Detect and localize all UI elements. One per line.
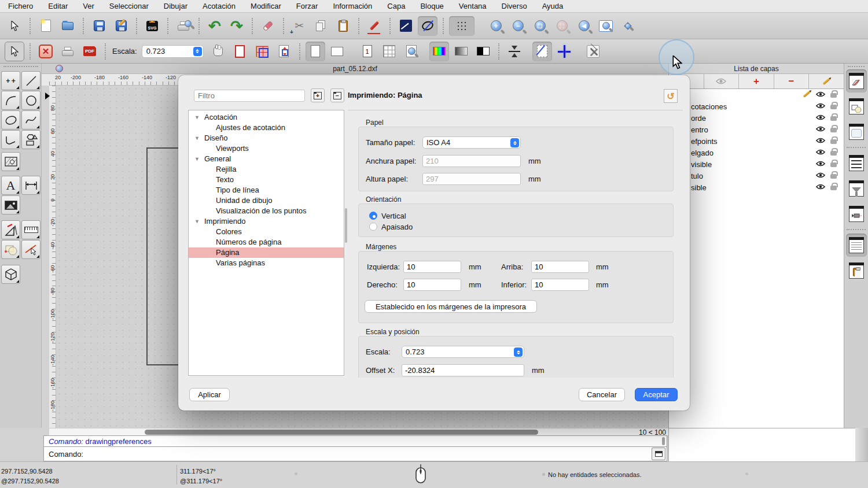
image-tool-button[interactable] — [1, 195, 20, 215]
lock-icon[interactable] — [830, 128, 837, 132]
lock-icon[interactable] — [830, 151, 837, 156]
points-tool-button[interactable]: + + — [1, 71, 20, 90]
printer-margins-button[interactable]: Establecido en los márgenes de la impres… — [365, 300, 537, 313]
menu-bloque[interactable]: Bloque — [420, 2, 443, 10]
chevron-down-icon[interactable]: ▼ — [194, 133, 200, 143]
dock-block-list-button[interactable] — [846, 95, 867, 118]
drafting-tools-button[interactable] — [1, 220, 20, 239]
lock-icon[interactable] — [830, 139, 837, 144]
eye-icon[interactable] — [816, 149, 825, 155]
hatch-tool-button[interactable] — [1, 152, 20, 171]
eye-icon[interactable] — [816, 91, 825, 97]
selection-cursor-button-2[interactable] — [5, 42, 24, 61]
add-layer-button[interactable]: + — [739, 74, 774, 88]
print-preview-button[interactable] — [174, 16, 193, 36]
layer-visibility-button[interactable] — [704, 74, 740, 88]
zoom-previous-button[interactable]: ◀ — [574, 16, 594, 36]
single-page-button[interactable]: 1 — [358, 42, 377, 61]
modify-shapes-button[interactable] — [1, 240, 20, 259]
zoom-pan-button[interactable] — [618, 16, 638, 36]
ok-button[interactable]: Aceptar — [635, 388, 678, 401]
menu-ventana[interactable]: Ventana — [459, 2, 487, 10]
lock-icon[interactable] — [830, 105, 837, 109]
scale-combobox[interactable]: 0.723 — [402, 346, 524, 358]
dock-handle[interactable] — [848, 66, 865, 67]
ellipse-tool-button-left[interactable] — [1, 110, 20, 130]
print-button[interactable] — [58, 42, 78, 61]
paper-border-button[interactable] — [230, 42, 250, 61]
layer-row[interactable]: cotaciones — [669, 101, 844, 112]
menu-modificar[interactable]: Modificar — [251, 2, 281, 10]
eye-icon[interactable] — [816, 184, 825, 190]
lock-icon[interactable] — [830, 93, 837, 98]
layer-row[interactable]: sible — [669, 182, 844, 193]
layer-row[interactable]: visible — [669, 158, 844, 170]
zoom-selection-button[interactable] — [552, 16, 572, 36]
menu-capa[interactable]: Capa — [387, 2, 405, 10]
dock-clipboard-button[interactable] — [846, 259, 867, 282]
eye-icon[interactable] — [816, 103, 825, 109]
margin-left-input[interactable] — [403, 261, 461, 273]
lock-icon[interactable] — [830, 162, 837, 167]
spline-tool-button[interactable] — [21, 110, 41, 130]
landscape-button[interactable] — [328, 42, 347, 61]
layer-row[interactable]: orde — [669, 112, 844, 124]
menu-informacion[interactable]: Información — [333, 2, 372, 10]
redo-button[interactable]: ↷ — [227, 16, 247, 36]
remove-layer-button[interactable]: − — [774, 74, 810, 88]
paper-size-combobox[interactable]: ISO A4 — [422, 136, 521, 149]
circle-tool-button[interactable] — [21, 91, 41, 110]
ellipse-tool-button[interactable] — [418, 16, 437, 36]
cut-button[interactable]: ✂+ — [289, 16, 309, 36]
pdf-export-button[interactable]: PDF — [80, 42, 100, 61]
tree-item-colores[interactable]: Colores — [189, 227, 344, 237]
tree-item-unidad-de-dibujo[interactable]: Unidad de dibujo — [189, 195, 344, 206]
dock-layer-list-button[interactable] — [846, 69, 867, 93]
layer-row[interactable]: elgado — [669, 147, 844, 158]
tree-item-acotacion[interactable]: ▼Acotación — [189, 112, 344, 123]
lock-icon[interactable] — [830, 174, 837, 179]
collapse-all-button[interactable]: − — [330, 88, 344, 102]
landscape-radio-label[interactable]: Apaisado — [381, 223, 413, 231]
tree-item-visualizacion-de-los-puntos[interactable]: Visualización de los puntos — [189, 206, 344, 216]
line-tool-button[interactable] — [396, 16, 415, 36]
zoom-window-button[interactable] — [596, 16, 616, 36]
layer-row[interactable] — [669, 89, 844, 101]
undo-button[interactable]: ↶ — [205, 16, 225, 36]
reset-button[interactable]: ↺ — [664, 89, 678, 103]
grayscale-mode-button[interactable] — [451, 42, 471, 61]
zoom-out-button[interactable]: − — [508, 16, 528, 36]
center-vertically-button[interactable] — [505, 42, 524, 61]
eye-icon[interactable] — [816, 114, 825, 120]
fit-to-page-button[interactable] — [274, 42, 294, 61]
menu-ver[interactable]: Ver — [83, 2, 94, 10]
draw-pencil-button[interactable] — [365, 16, 384, 36]
filter-input[interactable] — [194, 90, 305, 102]
eye-icon[interactable] — [816, 126, 825, 132]
dock-filter-button[interactable] — [846, 177, 867, 200]
menu-acotacion[interactable]: Acotación — [203, 2, 236, 10]
svg-export-button[interactable]: SVG — [142, 16, 162, 36]
paste-button[interactable] — [333, 16, 353, 36]
content-scrollbar[interactable] — [345, 208, 347, 243]
polyline-tool-button[interactable] — [1, 130, 20, 149]
menu-seleccionar[interactable]: Seleccionar — [109, 2, 149, 10]
tree-item-numeros-de-pagina[interactable]: Números de página — [189, 237, 344, 247]
palette-handle[interactable] — [3, 66, 38, 67]
edit-layer-button[interactable] — [809, 74, 844, 88]
save-button[interactable] — [89, 16, 109, 36]
tree-item-ajustes-de-acotacion[interactable]: Ajustes de acotación — [189, 123, 344, 133]
margin-right-input[interactable] — [403, 279, 461, 291]
vertical-radio-label[interactable]: Vertical — [381, 212, 406, 220]
zoom-page-button[interactable] — [402, 42, 421, 61]
command-dock-button[interactable] — [652, 448, 665, 460]
dimension-tool-button[interactable] — [21, 176, 41, 195]
multi-page-grid-button[interactable] — [380, 42, 399, 61]
menu-forzar[interactable]: Forzar — [296, 2, 318, 10]
menu-fichero[interactable]: Fichero — [8, 2, 33, 10]
expand-all-button[interactable]: + — [311, 88, 325, 102]
trim-tool-button[interactable] — [21, 240, 41, 259]
tiled-pages-button[interactable] — [252, 42, 272, 61]
tree-item-varias-paginas[interactable]: Varias páginas — [189, 258, 344, 268]
document-tab-title[interactable]: part_05.12.dxf — [42, 65, 668, 73]
